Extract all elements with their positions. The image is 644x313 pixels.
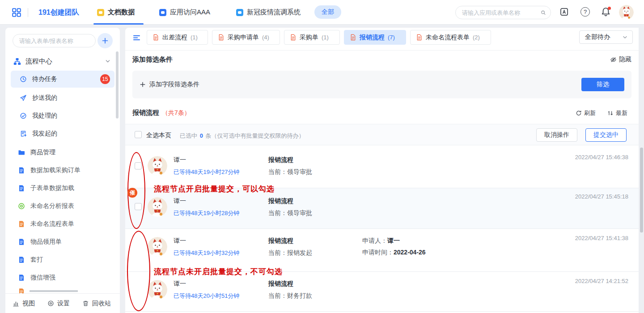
flow-tab-purchase-order[interactable]: 采购单 (1) [284,30,340,45]
annotation-note-blocked: 流程节点未开启批量提交，不可勾选 [154,266,283,277]
app-tab-covid[interactable]: 新冠疫情流调系统 [236,0,301,25]
flow-tab-business-trip[interactable]: 出差流程 (1) [147,30,208,45]
item-checkbox[interactable] [135,203,142,210]
eye-off-icon [610,56,617,63]
sidebar-item-unnamed-report[interactable]: 未命名分析报表 [11,198,114,215]
sidebar-group-flow-center[interactable]: 流程中心 [11,55,114,67]
item-checkbox[interactable] [135,162,142,169]
group-label: 流程中心 [25,57,52,66]
flow-tab-count: (4) [262,34,269,41]
views-button[interactable]: 视图 [13,300,35,308]
applicant-avatar [148,156,167,176]
applicant-avatar [148,197,167,217]
flow-tab-unnamed-flow-form[interactable]: 未命名流程表单 (2) [410,30,491,45]
team-name[interactable]: 191创建团队 [38,8,79,17]
applicant-name: 谭一 [174,280,186,288]
applicant-avatar [148,237,167,257]
sidebar-item-label: 商品管理 [30,148,55,156]
flow-tab-count: (1) [322,34,329,41]
flow-tab-purchase-request[interactable]: 采购申请单 (4) [212,30,280,45]
current-node: 当前：领导审批 [268,168,312,176]
flow-tab-reimbursement[interactable]: 报销流程 (7) [344,30,406,45]
add-form-button[interactable] [97,33,113,48]
top-header: 191创建团队 文档数据 应用访问AAA 新冠疫情流调系统 全部 ? [0,0,644,25]
flow-document-icon [18,288,25,293]
urge-badge[interactable]: 催 [127,188,137,198]
docs-app-icon [97,9,104,16]
app-screen: 191创建团队 文档数据 应用访问AAA 新冠疫情流调系统 全部 ? [0,0,644,313]
todo-item-3[interactable]: 谭一 已等待48天19小时32分钟 报销流程 当前：报销发起 申请人：谭一 申请… [125,230,639,272]
footer-label: 设置 [57,300,70,308]
sidebar-item-cc-to-me[interactable]: 抄送我的 [11,89,114,106]
sidebar-item-started-by-me[interactable]: 我发起的 [11,125,114,142]
sidebar-item-wechat-enhance[interactable]: 微信增强 [11,269,114,286]
settings-button[interactable]: 设置 [47,300,70,308]
list-header: 报销流程 （共7条） [132,109,191,117]
recycle-bin-button[interactable]: 回收站 [82,300,111,308]
batch-action-bar: 全选本页 已选中 0 条（仅可选中有批量提交权限的待办） 取消操作 提交选中 [125,124,639,145]
apply-time-field: 申请时间：2022-04-26 [362,249,426,257]
flow-name: 报销流程 [268,156,293,164]
refresh-label: 刷新 [584,109,596,117]
access-app-icon [159,9,166,16]
main-scrollbar[interactable] [640,148,643,233]
current-node: 当前：报销发起 [268,249,312,257]
chevron-down-icon [105,58,111,64]
gear-icon [47,300,54,307]
search-icon [541,9,546,16]
todo-item-1[interactable]: 谭一 已等待48天19小时27分钟 报销流程 当前：领导审批 2022/04/2… [125,149,639,188]
covid-app-icon [236,9,243,16]
wait-duration: 已等待48天19小时27分钟 [174,168,239,176]
sidebar-scrollbar[interactable] [116,51,119,118]
flow-document-icon [18,220,25,228]
sidebar-item-product-mgmt[interactable]: 商品管理 [11,144,114,161]
app-tab-access[interactable]: 应用访问AAA [159,0,210,25]
sidebar-item-item-requisition[interactable]: 物品领用单 [11,233,114,250]
help-icon[interactable]: ? [580,7,590,17]
flow-name: 报销流程 [268,237,293,245]
applicant-avatar [148,280,167,300]
refresh-icon [576,110,582,116]
filter-submit-button[interactable]: 筛选 [581,78,624,91]
sidebar-search-input[interactable] [19,38,98,44]
hide-filters-button[interactable]: 隐藏 [610,55,631,63]
check-circle-icon [20,112,27,119]
plus-icon [102,37,109,44]
notification-bell[interactable] [601,7,611,17]
sidebar-item-print-template[interactable]: 套打 [11,251,114,268]
todo-item-4[interactable]: 谭一 已等待48天20小时51分钟 报销流程 当前：财务打款 2022/04/2… [125,273,639,312]
sidebar-item-label: 待办任务 [32,75,57,83]
document-icon [18,238,25,245]
sidebar-item-subform-data-load[interactable]: 子表单数据加载 [11,180,114,197]
sidebar-item-todo-tasks[interactable]: 待办任务 15 [11,71,114,88]
add-field-filter-button[interactable]: 添加字段筛选条件 [140,71,199,98]
list-title: 报销流程 [132,109,159,117]
filter-list-icon[interactable] [132,34,141,42]
sort-label: 最新 [616,109,627,117]
sidebar-item-label: 微信增强 [30,274,55,282]
footer-label: 视图 [22,300,35,308]
refresh-button[interactable]: 刷新 [576,109,596,117]
applicant-name: 谭一 [174,197,186,205]
sidebar-item-handled-by-me[interactable]: 我处理的 [11,107,114,124]
all-apps-pill[interactable]: 全部 [314,5,341,19]
app-grid-icon[interactable] [12,8,21,17]
sidebar-search[interactable] [13,34,96,47]
app-tab-docs[interactable]: 文档数据 [97,0,135,25]
user-avatar[interactable] [619,5,634,20]
select-all-checkbox[interactable] [135,131,142,138]
scope-dropdown[interactable]: 全部待办 [579,30,633,44]
global-search[interactable] [455,6,551,19]
wait-duration: 已等待48天20小时51分钟 [174,292,239,300]
wait-duration: 已等待48天19小时32分钟 [174,249,239,257]
flow-doc-icon [153,34,159,41]
current-node: 当前：领导审批 [268,209,312,217]
submit-selected-button[interactable]: 提交选中 [585,128,627,142]
sidebar-item-data-load-order[interactable]: 数据加载采购订单 [11,162,114,179]
sort-newest-button[interactable]: 最新 [607,109,627,117]
cancel-action-button[interactable]: 取消操作 [536,128,577,142]
global-search-input[interactable] [462,9,541,16]
sidebar-item-unnamed-flow-form[interactable]: 未命名流程表单 [11,216,114,233]
contacts-icon[interactable] [559,7,569,17]
chevron-down-icon [622,34,628,40]
